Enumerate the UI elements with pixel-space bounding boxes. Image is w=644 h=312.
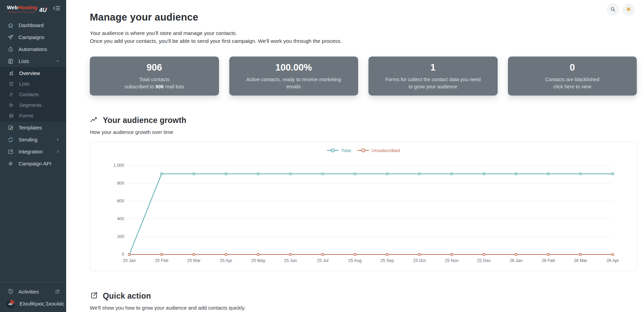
legend-item-total[interactable]: Total: [327, 148, 351, 153]
audience-growth-chart[interactable]: 02004006008001,00025 Jan25 Feb25 Mar25 A…: [95, 155, 632, 269]
brand-logo[interactable]: WebHosting Hosting for the Open Source 4…: [7, 5, 47, 13]
history-icon: [7, 288, 14, 295]
sidebar-collapse-button[interactable]: [52, 4, 61, 13]
svg-text:25 Sep: 25 Sep: [380, 258, 394, 263]
gear-icon: [7, 161, 14, 167]
sidebar-item-campaigns[interactable]: Campaigns: [0, 31, 66, 43]
sun-icon: [625, 6, 632, 13]
brand-suffix: 4U: [39, 7, 47, 13]
user-name: Ελευθέριος Σκουλάς: [20, 301, 64, 307]
search-button[interactable]: [607, 3, 619, 16]
paper-plane-icon: [7, 34, 14, 40]
sync-icon: [7, 137, 14, 143]
form-icon: [8, 113, 14, 118]
page-intro: Your audience is where you'll store and …: [90, 29, 637, 45]
svg-text:1,000: 1,000: [113, 163, 124, 168]
legend-item-unsubscribed[interactable]: Unsubscribed: [357, 148, 400, 153]
sidebar-item-campaign-api[interactable]: Campaign API: [0, 158, 66, 170]
sidebar-header: WebHosting Hosting for the Open Source 4…: [0, 0, 66, 16]
svg-text:25 Oct: 25 Oct: [413, 258, 426, 263]
theme-toggle-button[interactable]: [622, 3, 635, 16]
svg-text:25 Jul: 25 Jul: [317, 258, 328, 263]
stat-card-forms: 1 Forms for collect the contact data you…: [368, 57, 498, 96]
svg-text:25 Feb: 25 Feb: [155, 258, 168, 263]
sidebar-user-menu[interactable]: 4U Ελευθέριος Σκουλάς: [0, 298, 66, 310]
stat-card-blacklisted[interactable]: 0 Contacts are blacklished click here to…: [508, 57, 637, 96]
sidebar: WebHosting Hosting for the Open Source 4…: [0, 0, 66, 312]
external-link-icon[interactable]: [55, 289, 60, 294]
home-icon: [7, 22, 14, 28]
svg-text:25 Apr: 25 Apr: [220, 258, 232, 263]
svg-text:25 Nov: 25 Nov: [445, 258, 459, 263]
sidebar-item-templates[interactable]: Templates: [0, 122, 66, 134]
chevron-right-icon: [56, 149, 60, 154]
svg-text:600: 600: [117, 199, 124, 203]
svg-text:25 Jun: 25 Jun: [284, 258, 297, 263]
chevron-down-icon: [56, 59, 60, 63]
stat-value: 1: [375, 62, 491, 73]
intro-line-1: Your audience is where you'll store and …: [90, 29, 637, 37]
svg-text:25 Mar: 25 Mar: [187, 258, 201, 263]
brush-icon: [7, 125, 14, 131]
svg-text:200: 200: [117, 234, 124, 239]
growth-section-title: Your audience growth: [103, 116, 186, 125]
chart-legend: Total Unsubscribed: [95, 146, 632, 155]
app-root: WebHosting Hosting for the Open Source 4…: [0, 0, 644, 312]
list-alt-icon: [8, 81, 14, 87]
user-icon: [8, 92, 14, 97]
svg-text:400: 400: [117, 216, 124, 221]
divider: [0, 282, 66, 283]
avatar: 4U: [6, 300, 15, 308]
legend-label: Total: [341, 148, 351, 153]
sidebar-item-segments[interactable]: Segments: [0, 100, 66, 110]
main-content: Manage your audience Your audience is wh…: [66, 0, 644, 312]
svg-text:800: 800: [117, 181, 124, 186]
growth-section: Your audience growth How your audience g…: [90, 115, 637, 271]
stat-description: Total contacts subscribed to 906 mail li…: [96, 76, 213, 91]
stat-description: Contacts are blacklished click here to v…: [514, 76, 631, 91]
topbar: [607, 3, 635, 16]
chevron-right-icon: [56, 137, 60, 142]
trend-line-icon: [90, 115, 98, 125]
sidebar-item-automations[interactable]: Automations: [0, 43, 66, 55]
stat-description: Forms for collect the contact data you n…: [375, 76, 491, 91]
quick-action-title: Quick action: [103, 291, 151, 301]
svg-text:25 May: 25 May: [251, 258, 266, 263]
integration-icon: [7, 149, 14, 155]
stat-value: 906: [96, 62, 213, 73]
stopwatch-icon: [7, 46, 14, 52]
collapse-menu-icon: [53, 5, 61, 12]
bar-chart-icon: [8, 71, 14, 76]
sidebar-item-forms[interactable]: Forms: [0, 110, 66, 121]
growth-section-header: Your audience growth: [90, 115, 637, 125]
intro-line-2: Once you add your contacts, you'll be ab…: [90, 37, 637, 45]
search-icon: [610, 6, 616, 13]
page-title: Manage your audience: [90, 12, 637, 23]
svg-text:25 Dec: 25 Dec: [477, 258, 491, 263]
quick-action-subtitle: We'll show you how to grow your audience…: [90, 305, 637, 311]
sidebar-nav: Dashboard Campaigns Automations Lists: [0, 19, 66, 282]
external-link-icon: [90, 291, 98, 301]
stat-description: Active contacts, ready to receive market…: [235, 76, 352, 91]
svg-text:26 Apr: 26 Apr: [607, 258, 619, 263]
sidebar-item-lists[interactable]: Lists: [0, 55, 66, 67]
svg-text:26 Jan: 26 Jan: [510, 258, 523, 263]
sidebar-item-dashboard[interactable]: Dashboard: [0, 19, 66, 31]
sidebar-item-overview[interactable]: Overview: [0, 68, 66, 78]
sidebar-item-contacts[interactable]: Contacts: [0, 89, 66, 100]
sidebar-footer: Activities 4U Ελευθέριος Σκουλάς: [0, 282, 66, 312]
sidebar-item-integration[interactable]: Integration: [0, 146, 66, 158]
sidebar-item-lists-sub[interactable]: Lists: [0, 78, 66, 89]
svg-text:26 Mar: 26 Mar: [574, 258, 587, 263]
sidebar-item-sending[interactable]: Sending: [0, 134, 66, 146]
segments-icon: [8, 102, 14, 108]
line-marker-icon: [327, 148, 339, 152]
stat-value: 0: [514, 62, 631, 73]
lists-icon: [7, 58, 14, 64]
stat-value: 100.00%: [235, 62, 352, 73]
stat-card-total-contacts: 906 Total contacts subscribed to 906 mai…: [90, 57, 219, 96]
svg-text:0: 0: [122, 252, 124, 257]
svg-text:25 Aug: 25 Aug: [348, 258, 362, 263]
sidebar-item-activities[interactable]: Activities: [0, 285, 66, 298]
brand-hosting: Hosting: [18, 4, 37, 10]
